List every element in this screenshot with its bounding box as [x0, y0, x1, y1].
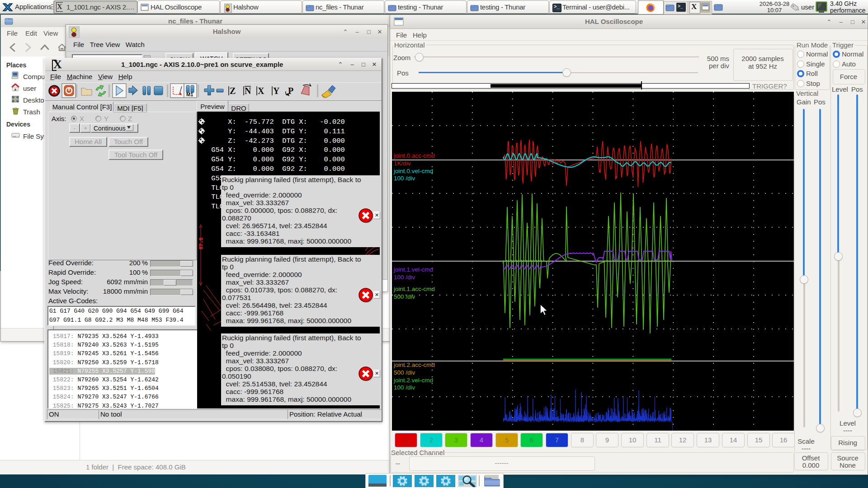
svg-text:100 /div: 100 /div: [394, 384, 415, 391]
svg-text:joint.2.vel-cmd: joint.2.vel-cmd: [393, 377, 433, 384]
svg-text:P: P: [288, 86, 293, 96]
svg-text:57.5: 57.5: [198, 238, 204, 249]
svg-text:M1: M1: [186, 92, 193, 97]
svg-text:joint.0.acc-cmd: joint.0.acc-cmd: [393, 152, 435, 159]
svg-text:N: N: [245, 86, 251, 96]
svg-text:joint.1.vel-cmd: joint.1.vel-cmd: [393, 266, 433, 273]
svg-text:100 /div: 100 /div: [394, 274, 415, 281]
svg-text:joint.2.acc-cmd: joint.2.acc-cmd: [393, 361, 435, 368]
svg-text:1K/div: 1K/div: [394, 160, 411, 167]
svg-text:joint.0.vel-cmd: joint.0.vel-cmd: [393, 168, 433, 174]
svg-text:X: X: [258, 86, 264, 96]
svg-text:Y: Y: [273, 86, 280, 96]
svg-text:100 /div: 100 /div: [394, 175, 415, 182]
svg-text:500 /div: 500 /div: [394, 293, 415, 300]
svg-text:joint.1.acc-cmd: joint.1.acc-cmd: [393, 286, 435, 292]
svg-text:500 /div: 500 /div: [394, 369, 415, 376]
svg-text:Z: Z: [230, 86, 236, 96]
